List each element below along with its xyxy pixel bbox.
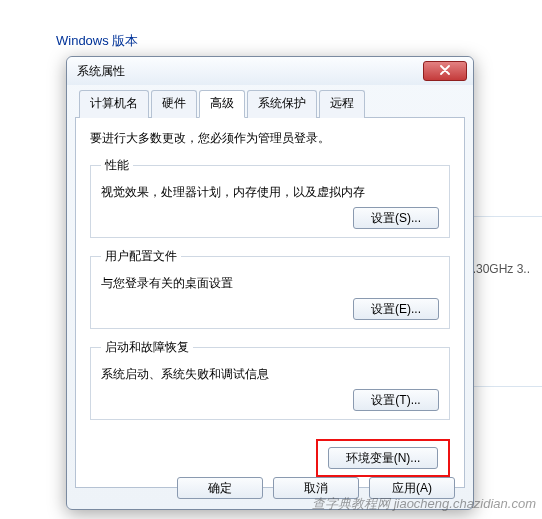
ok-button[interactable]: 确定 <box>177 477 263 499</box>
user-profile-settings-button[interactable]: 设置(E)... <box>353 298 439 320</box>
tab-strip: 计算机名 硬件 高级 系统保护 远程 <box>75 89 465 118</box>
dialog-titlebar: 系统属性 <box>67 57 473 85</box>
close-button[interactable] <box>423 61 467 81</box>
tab-hardware[interactable]: 硬件 <box>151 90 197 118</box>
group-performance-legend: 性能 <box>101 157 133 174</box>
dialog-title: 系统属性 <box>77 63 423 80</box>
env-variables-row: 环境变量(N)... <box>90 439 450 477</box>
env-variables-highlight: 环境变量(N)... <box>316 439 450 477</box>
group-user-profile-desc: 与您登录有关的桌面设置 <box>101 275 439 292</box>
group-performance-desc: 视觉效果，处理器计划，内存使用，以及虚拟内存 <box>101 184 439 201</box>
admin-note: 要进行大多数更改，您必须作为管理员登录。 <box>90 130 450 147</box>
tab-remote[interactable]: 远程 <box>319 90 365 118</box>
tab-system-protection[interactable]: 系统保护 <box>247 90 317 118</box>
group-user-profile: 用户配置文件 与您登录有关的桌面设置 设置(E)... <box>90 248 450 329</box>
group-performance: 性能 视觉效果，处理器计划，内存使用，以及虚拟内存 设置(S)... <box>90 157 450 238</box>
bg-cpu-tail: .30GHz 3.. <box>473 262 530 276</box>
environment-variables-button[interactable]: 环境变量(N)... <box>328 447 438 469</box>
system-properties-dialog: 系统属性 计算机名 硬件 高级 系统保护 远程 要进行大多数更改，您必须作为管理… <box>66 56 474 510</box>
group-startup-recovery: 启动和故障恢复 系统启动、系统失败和调试信息 设置(T)... <box>90 339 450 420</box>
close-icon <box>440 64 450 78</box>
bg-section-title: Windows 版本 <box>56 32 512 50</box>
group-startup-recovery-legend: 启动和故障恢复 <box>101 339 193 356</box>
group-user-profile-legend: 用户配置文件 <box>101 248 181 265</box>
group-startup-recovery-desc: 系统启动、系统失败和调试信息 <box>101 366 439 383</box>
startup-recovery-settings-button[interactable]: 设置(T)... <box>353 389 439 411</box>
source-watermark: 查字典教程网 jiaocheng.chazidian.com <box>312 495 536 513</box>
tab-advanced[interactable]: 高级 <box>199 90 245 118</box>
tab-computer-name[interactable]: 计算机名 <box>79 90 149 118</box>
tab-panel-advanced: 要进行大多数更改，您必须作为管理员登录。 性能 视觉效果，处理器计划，内存使用，… <box>75 118 465 488</box>
performance-settings-button[interactable]: 设置(S)... <box>353 207 439 229</box>
